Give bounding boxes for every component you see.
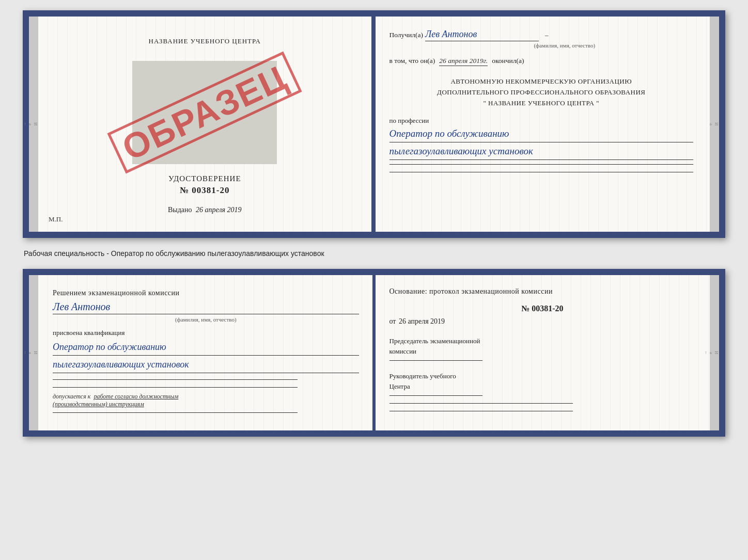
- chairman-line1: Председатель экзаменационной: [389, 337, 480, 345]
- finished-word: окончил(а): [492, 57, 524, 65]
- qualification-line1: Оператор по обслуживанию: [53, 340, 359, 356]
- profession-label: по профессии: [389, 117, 694, 125]
- profession-line2: пылегазоулавливающих установок: [389, 145, 694, 160]
- fio-label-bottom: (фамилия, имя, отчество): [53, 316, 359, 323]
- fio-label-top: (фамилия, имя, отчество): [436, 42, 694, 49]
- received-line: Получил(а) Лев Антонов –: [389, 29, 694, 41]
- in-fact-prefix: в том, что он(а): [389, 57, 435, 65]
- head-signature-line: [389, 395, 482, 396]
- issued-line: Выдано 26 апреля 2019: [168, 206, 242, 214]
- completion-date: 26 апреля 2019г.: [439, 57, 488, 66]
- protocol-date: от 26 апреля 2019: [389, 317, 696, 326]
- org-line1: АВТОНОМНУЮ НЕКОММЕРЧЕСКУЮ ОРГАНИЗАЦИЮ: [389, 76, 694, 87]
- obrazec-stamp: ОБРАЗЕЦ: [107, 52, 302, 174]
- admission-text: допускается к работе согласно должностны…: [53, 393, 359, 408]
- head-line2: Центра: [389, 382, 410, 390]
- cert-number: № 00381-20: [180, 185, 230, 196]
- right-decor-bottom: Иа←: [710, 275, 719, 430]
- left-decor-bottom: Иа←: [29, 275, 38, 430]
- top-document: Иа← НАЗВАНИЕ УЧЕБНОГО ЦЕНТРА ОБРАЗЕЦ УДО…: [23, 10, 725, 238]
- profession-line1: Оператор по обслуживанию: [389, 127, 694, 142]
- org-block: АВТОНОМНУЮ НЕКОММЕРЧЕСКУЮ ОРГАНИЗАЦИЮ ДО…: [389, 76, 694, 108]
- school-name-top: НАЗВАНИЕ УЧЕБНОГО ЦЕНТРА: [149, 37, 261, 45]
- bottom-doc-right: Основание: протокол экзаменационной коми…: [375, 275, 710, 430]
- received-name: Лев Антонов: [425, 29, 539, 41]
- decision-text: Решением экзаменационной комиссии: [53, 287, 359, 299]
- person-name-bottom: Лев Антонов: [53, 301, 359, 314]
- protocol-number: № 00381-20: [389, 304, 696, 313]
- bottom-document: Иа← Решением экзаменационной комиссии Ле…: [23, 269, 725, 437]
- top-doc-left: НАЗВАНИЕ УЧЕБНОГО ЦЕНТРА ОБРАЗЕЦ УДОСТОВ…: [38, 17, 373, 232]
- head-label: Руководитель учебного Центра: [389, 371, 696, 391]
- separator-text: Рабочая специальность - Оператор по обсл…: [23, 246, 725, 261]
- assigned-label: присвоена квалификация: [53, 329, 359, 337]
- in-fact-line: в том, что он(а) 26 апреля 2019г. окончи…: [389, 57, 694, 66]
- protocol-date-prefix: от: [389, 317, 396, 325]
- chairman-label: Председатель экзаменационной комиссии: [389, 336, 696, 356]
- right-decor-top: Иа←: [710, 17, 719, 232]
- issued-label: Выдано: [168, 206, 192, 214]
- left-decor: Иа←: [29, 17, 38, 232]
- top-doc-right: Получил(а) Лев Антонов – (фамилия, имя, …: [373, 17, 710, 232]
- cert-type-label: УДОСТОВЕРЕНИЕ: [168, 174, 241, 183]
- mp-label: М.П.: [49, 215, 63, 223]
- received-prefix: Получил(а): [389, 31, 424, 39]
- head-line1: Руководитель учебного: [389, 372, 456, 380]
- org-line3: " НАЗВАНИЕ УЧЕБНОГО ЦЕНТРА ": [389, 98, 694, 109]
- issued-date-value: 26 апреля 2019: [196, 206, 241, 214]
- org-line2: ДОПОЛНИТЕЛЬНОГО ПРОФЕССИОНАЛЬНОГО ОБРАЗО…: [389, 87, 694, 98]
- qualification-line2: пылегазоулавливающих установок: [53, 358, 359, 373]
- chairman-signature-line: [389, 360, 482, 361]
- bottom-doc-left: Решением экзаменационной комиссии Лев Ан…: [38, 275, 375, 430]
- chairman-line2: комиссии: [389, 347, 417, 355]
- protocol-date-value: 26 апреля 2019: [399, 317, 445, 325]
- stamp-area: ОБРАЗЕЦ: [132, 61, 277, 164]
- basis-label: Основание: протокол экзаменационной коми…: [389, 287, 696, 296]
